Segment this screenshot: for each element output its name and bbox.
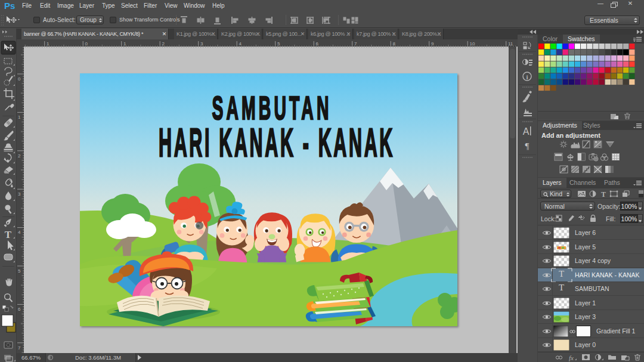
svg-text:T: T xyxy=(5,229,12,240)
svg-text:7: 7 xyxy=(354,41,357,47)
svg-text:fx: fx xyxy=(569,354,574,361)
svg-text:A: A xyxy=(523,126,530,137)
svg-text:i: i xyxy=(526,73,528,81)
svg-text:4: 4 xyxy=(239,41,242,47)
svg-text:6: 6 xyxy=(316,41,319,47)
svg-text:2: 2 xyxy=(162,41,165,47)
svg-text:1: 1 xyxy=(47,41,49,47)
svg-text:7: 7 xyxy=(18,345,21,351)
svg-text:3: 3 xyxy=(200,41,203,47)
svg-text:T: T xyxy=(601,190,606,199)
svg-text:¶: ¶ xyxy=(525,141,530,151)
svg-text:9: 9 xyxy=(431,41,434,47)
svg-text:4: 4 xyxy=(18,230,21,235)
svg-text:2: 2 xyxy=(18,153,21,159)
svg-text:8: 8 xyxy=(393,41,396,47)
svg-text:11: 11 xyxy=(508,41,513,47)
svg-text:5: 5 xyxy=(277,41,280,47)
svg-text:10: 10 xyxy=(470,41,475,47)
svg-text:1: 1 xyxy=(18,115,21,120)
svg-text:3: 3 xyxy=(18,191,21,197)
svg-text:6: 6 xyxy=(18,307,21,312)
svg-text:0: 0 xyxy=(85,41,88,47)
svg-text:1: 1 xyxy=(123,41,126,47)
svg-text:0: 0 xyxy=(18,76,21,82)
svg-text:5: 5 xyxy=(18,268,21,274)
svg-text:HARI KANAK - KANAK: HARI KANAK - KANAK xyxy=(159,120,395,165)
